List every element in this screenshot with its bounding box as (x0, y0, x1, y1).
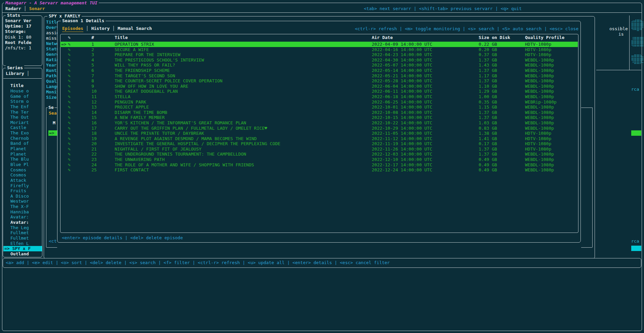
episode-row[interactable]: ✎11STELLA2022-06-18 14:00:00 UTC1.00 GBW… (60, 94, 578, 99)
seasons-tab-fragment[interactable]: Sea (49, 111, 56, 116)
episode-size: 0.22 GB (479, 42, 497, 47)
series-list-item[interactable]: Outland (3, 251, 42, 257)
episode-row[interactable]: ✎4THE PRESTIGIOUS SCHOOL'S INTERVIEW2022… (60, 57, 578, 63)
selected-season-row[interactable]: => (48, 130, 57, 136)
series-detail-line: Statu (46, 46, 58, 52)
episode-row[interactable]: ✎8THE COUNTER-SECRET POLICE COVER OPERAT… (60, 78, 578, 84)
episode-row[interactable]: ✎16YOR'S KITCHEN / THE INFORMANT'S GREAT… (60, 120, 578, 126)
episode-air-date: 2022-05-21 14:00:00 UTC (372, 73, 432, 79)
series-list-item[interactable]: Band of (3, 141, 42, 146)
episode-row[interactable]: ✎25FIRST CONTACT2022-12-24 14:00:00 UTC0… (60, 167, 578, 173)
episode-row[interactable]: ✎12PENGUIN PARK2022-06-25 14:00:00 UTC0.… (60, 99, 578, 105)
episode-row[interactable]: ✎13PROJECT APPLE2022-10-01 14:00:00 UTC1… (60, 105, 578, 110)
series-panel: Series Library │ Title House oGame ofSto… (3, 68, 42, 257)
app-title: Managarr - A Servarr management TUI (4, 0, 99, 6)
episode-row[interactable]: ✎5WILL THEY PASS OR FAIL?2022-05-07 14:0… (60, 63, 578, 68)
series-list-item[interactable]: The Leg (3, 225, 42, 231)
episode-row[interactable]: ✎14DISARM THE TIME BOMB2022-10-08 14:00:… (60, 110, 578, 115)
series-list-item[interactable]: Castle (3, 125, 42, 130)
series-list-item[interactable]: Hanniba (3, 209, 42, 215)
series-list-item[interactable]: Attack (3, 178, 42, 183)
column-header-size[interactable]: Size on Disk (479, 35, 510, 40)
episode-row[interactable]: ✎20INVESTIGATE THE GENERAL HOSPITAL / DE… (60, 141, 578, 147)
series-list-item[interactable]: The Blu (3, 157, 42, 162)
episode-title: PROJECT APPLE (115, 105, 149, 110)
series-list-item[interactable]: The Enf (3, 104, 42, 110)
series-list-item[interactable]: => SPY x F (3, 246, 42, 251)
tab-manual-search[interactable]: Manual Search (118, 26, 152, 31)
column-header-air-date[interactable]: Air Date (372, 35, 393, 40)
episode-size: 0.49 GB (479, 162, 497, 168)
episode-air-date: 2022-04-30 14:00:00 UTC (372, 57, 432, 63)
series-list-item[interactable]: A Disco (3, 194, 42, 199)
series-list-item[interactable]: Fullmet (3, 236, 42, 241)
series-list: House oGame ofStorm oThe EnfThe TerThe O… (3, 88, 42, 257)
tab-library[interactable]: Library (6, 71, 24, 76)
series-list-item[interactable]: Fruits (3, 188, 42, 194)
series-list-item[interactable]: Firefly (3, 183, 42, 189)
episode-air-date: 2022-12-03 14:00:00 UTC (372, 152, 432, 157)
series-list-item[interactable]: Game of (3, 94, 42, 99)
series-list-item[interactable]: Cosmos (3, 172, 42, 178)
monitored-icon: ✎ (68, 167, 71, 173)
background-panel-border (596, 70, 641, 70)
episode-row[interactable]: ✎10THE GREAT DODGEBALL PLAN2022-06-11 14… (60, 89, 578, 94)
tab-divider: │ (83, 26, 91, 31)
column-header-number[interactable]: # (91, 35, 94, 40)
series-list-item[interactable]: Fullmet (3, 230, 42, 236)
series-list-item[interactable]: Avatar: (3, 220, 42, 225)
episode-quality: WEBRip-1080p (525, 99, 557, 105)
tab-history[interactable]: History (91, 26, 110, 31)
tab-divider: │ (24, 71, 32, 76)
episode-quality: WEBDL-1080p (525, 84, 554, 89)
series-list-item[interactable]: House o (3, 88, 42, 94)
monitored-icon: ✎ (68, 136, 71, 141)
episode-row[interactable]: ✎3PREPARE FOR THE INTERVIEW2022-04-23 14… (60, 52, 578, 57)
tab-episodes[interactable]: Episodes (62, 26, 83, 32)
series-list-item[interactable]: The Ter (3, 110, 42, 115)
series-list-item[interactable]: Moriart (3, 120, 42, 125)
series-list-item[interactable]: Planet (3, 146, 42, 152)
series-list-item[interactable]: The Exo (3, 130, 42, 136)
series-detail-line: Title (46, 19, 58, 25)
series-list-item[interactable]: Storm o (3, 99, 42, 104)
monitored-icon: ✎ (68, 131, 71, 136)
episode-size: 0.35 GB (479, 99, 497, 105)
tab-radarr[interactable]: Radarr (5, 6, 21, 11)
series-list-item[interactable]: Blue Pl (3, 162, 42, 167)
seasons-panel-border (581, 247, 592, 248)
episode-quality: WEBDL-1080p (525, 73, 554, 79)
tab-sonarr[interactable]: Sonarr (29, 6, 45, 11)
episode-row[interactable]: ✎19A REVENGE PLOT AGAINST DESMOND / MAMA… (60, 136, 578, 141)
series-detail-line: Year: (46, 63, 58, 68)
series-list-item[interactable]: Avatar: (3, 214, 42, 220)
episode-row[interactable]: ✎18UNCLE THE PRIVATE TUTOR / DAYBREAK202… (60, 131, 578, 136)
episode-row[interactable]: ✎24THE ROLE OF A MOTHER AND WIFE / SHOPP… (60, 162, 578, 168)
monitored-icon: ✎ (68, 99, 71, 105)
episode-row[interactable]: ✎23THE UNWAVERING PATH2022-12-10 14:00:0… (60, 157, 578, 162)
series-list-item[interactable]: The Out (3, 115, 42, 120)
column-header-title[interactable]: Title (115, 35, 128, 40)
episode-row[interactable]: ✎6THE FRIENDSHIP SCHEME2022-05-14 14:00:… (60, 68, 578, 73)
episode-row[interactable]: ✎15A NEW FAMILY MEMBER2022-10-15 14:00:0… (60, 115, 578, 120)
series-list-item[interactable]: Planet (3, 152, 42, 157)
episode-row[interactable]: ✎21NIGHTFALL / FIRST FIT OF JEALOUSY2022… (60, 147, 578, 152)
episode-row[interactable]: ✎9SHOW OFF HOW IN LOVE YOU ARE2022-06-04… (60, 84, 578, 89)
episode-row[interactable]: ✎2SECURE A WIFE2022-04-16 14:00:00 UTC0.… (60, 47, 578, 52)
episode-title: INVESTIGATE THE GENERAL HOSPITAL / DECIP… (115, 141, 280, 147)
series-list-item[interactable]: The X-F (3, 204, 42, 209)
tab-divider: │ (110, 26, 118, 31)
series-list-item[interactable]: Elfen L (3, 241, 42, 246)
series-list-item[interactable]: Chernob (3, 136, 42, 141)
episode-row[interactable]: ✎7THE TARGET'S SECOND SON2022-05-21 14:0… (60, 73, 578, 79)
column-header-quality[interactable]: Quality Profile (525, 35, 564, 40)
series-list-item[interactable]: Cosmos (3, 167, 42, 173)
selected-row-marker: => (61, 42, 67, 47)
episode-row[interactable]: ✎22THE UNDERGROUND TENNIS TOURNAMENT: TH… (60, 152, 578, 157)
episode-row[interactable]: ✎17CARRY OUT THE GRIFFIN PLAN / FULLMETA… (60, 126, 578, 131)
poster-art-line (631, 49, 644, 53)
series-list-item[interactable]: Westwor (3, 199, 42, 204)
episode-row[interactable]: =>✎1OPERATION STRIX2022-04-09 14:00:00 U… (60, 42, 578, 47)
series-detail-line: Path: (46, 73, 58, 79)
episode-quality: WEBDL-1080p (525, 152, 554, 157)
